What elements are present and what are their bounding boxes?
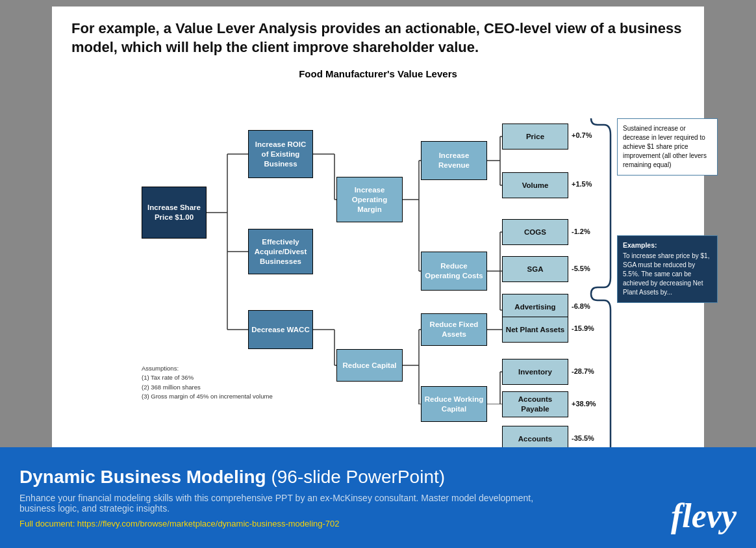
footer-link[interactable]: Full document: https://flevy.com/browse/…	[19, 519, 737, 528]
decrease-wacc-box: Decrease WACC	[248, 310, 313, 349]
reduce-operating-costs-box: Reduce Operating Costs	[421, 252, 487, 291]
price-box: Price	[502, 124, 568, 150]
sga-box: SGA	[502, 256, 568, 282]
footer-subtitle: Enhance your financial modeling skills w…	[19, 493, 552, 514]
examples-text: To increase share price by $1, SGA must …	[623, 252, 712, 297]
chart-title: Food Manufacturer's Value Levers	[71, 68, 685, 79]
reduce-fixed-assets-box: Reduce Fixed Assets	[421, 313, 487, 346]
effectively-acquire-box: Effectively Acquire/Divest Businesses	[248, 229, 313, 274]
increase-operating-margin-box: Increase Operating Margin	[336, 177, 403, 222]
main-panel: For example, a Value Lever Analysis prov…	[52, 7, 704, 449]
increase-revenue-box: Increase Revenue	[421, 141, 487, 180]
examples-title: Examples:	[623, 241, 712, 249]
footer-title: Dynamic Business Modeling (96-slide Powe…	[19, 467, 737, 488]
volume-box: Volume	[502, 172, 568, 198]
sustained-panel: Sustained increase or decrease in lever …	[617, 118, 718, 176]
assumption-1: (1) Tax rate of 36%	[142, 373, 273, 382]
footer: Dynamic Business Modeling (96-slide Powe…	[0, 447, 756, 548]
brace-svg	[588, 118, 614, 456]
assumption-2: (2) 368 million shares	[142, 383, 273, 392]
examples-panel: Examples: To increase share price by $1,…	[617, 235, 718, 303]
footer-title-bold: Dynamic Business Modeling	[19, 467, 266, 487]
reduce-capital-box: Reduce Capital	[336, 349, 403, 382]
assumption-3: (3) Gross margin of 45% on incremental v…	[142, 392, 273, 401]
net-plant-assets-box: Net Plant Assets	[502, 317, 568, 343]
reduce-working-capital-box: Reduce Working Capital	[421, 386, 487, 422]
increase-roic-box: Increase ROIC of Existing Business	[248, 130, 313, 178]
assumptions-block: Assumptions: (1) Tax rate of 36% (2) 368…	[142, 364, 273, 401]
assumptions-title: Assumptions:	[142, 364, 273, 373]
advertising-box: Advertising	[502, 294, 568, 320]
cogs-box: COGS	[502, 219, 568, 245]
footer-title-normal: (96-slide PowerPoint)	[266, 467, 445, 487]
accounts-payable-box: Accounts Payable	[502, 391, 568, 417]
chart-area: Increase Share Price $1.00 Increase ROIC…	[71, 86, 685, 404]
inventory-box: Inventory	[502, 359, 568, 385]
increase-share-price-box: Increase Share Price $1.00	[142, 187, 207, 239]
headline: For example, a Value Lever Analysis prov…	[71, 20, 685, 57]
flevy-logo: flevy	[671, 497, 737, 535]
